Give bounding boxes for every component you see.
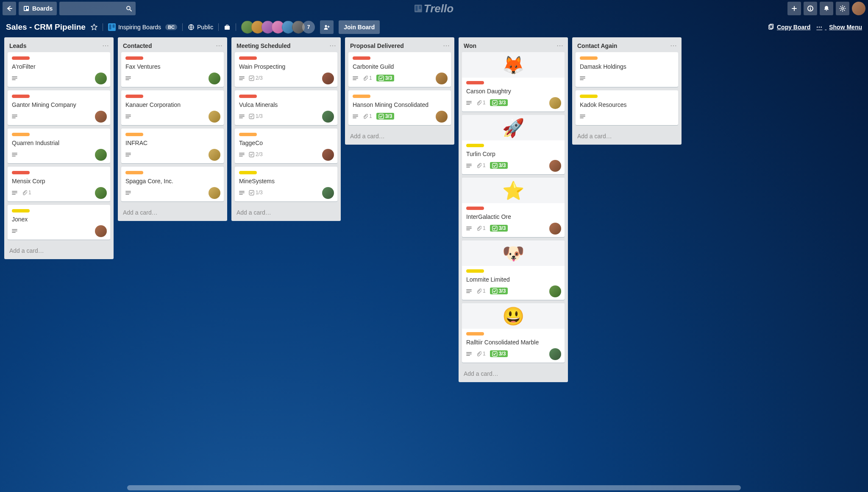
add-member-button[interactable] — [320, 20, 334, 34]
card-member-avatar[interactable] — [209, 73, 220, 84]
card-badges: 1 — [12, 187, 106, 198]
list-title[interactable]: Contact Again — [577, 42, 617, 49]
card-member-avatar[interactable] — [322, 73, 334, 84]
card[interactable]: Mensix Corp1 — [8, 167, 110, 201]
list-menu-button[interactable]: ⋯ — [670, 42, 677, 50]
add-card-button[interactable]: Add a card… — [572, 129, 682, 145]
list: Meeting Scheduled⋯Wain Prospecting2/3Vul… — [231, 37, 341, 221]
card[interactable]: A'roFilter — [8, 52, 110, 87]
list-menu-button[interactable]: ⋯ — [329, 42, 337, 50]
checklist-badge: 3/3 — [490, 99, 508, 106]
search-input[interactable] — [59, 2, 136, 15]
add-card-button[interactable]: Add a card… — [118, 205, 227, 221]
card[interactable]: MineSystems1/3 — [235, 167, 337, 201]
join-board-button[interactable]: Join Board — [339, 20, 380, 34]
card-label — [12, 95, 30, 98]
card[interactable]: INFRAC — [121, 129, 224, 163]
card-badges: 13/3 — [466, 97, 560, 108]
card-member-avatar[interactable] — [209, 111, 220, 123]
list-title[interactable]: Contacted — [123, 42, 152, 49]
add-card-button[interactable]: Add a card… — [345, 129, 454, 145]
description-icon — [353, 114, 358, 119]
card-member-avatar[interactable] — [209, 149, 220, 161]
card[interactable]: 😃Ralltiir Consolidated Marble13/3 — [462, 303, 565, 363]
card-member-avatar[interactable] — [322, 149, 334, 161]
card[interactable]: 🚀Turlin Corp13/3 — [462, 115, 565, 174]
card[interactable]: Gantor Mining Company — [8, 90, 110, 125]
card-member-avatar[interactable] — [322, 111, 334, 123]
card[interactable]: Hanson Mining Consolidated13/3 — [348, 90, 451, 125]
card[interactable]: TaggeCo2/3 — [235, 129, 337, 163]
attachment-badge: 1 — [476, 162, 486, 168]
settings-button[interactable] — [836, 2, 849, 15]
card-title: Carbonite Guild — [353, 63, 447, 70]
card-member-avatar[interactable] — [549, 97, 561, 109]
team-button[interactable]: Inspiring Boards BC — [108, 23, 177, 31]
card-member-avatar[interactable] — [95, 111, 107, 123]
card[interactable]: Quarren Industrial — [8, 129, 110, 163]
board-title[interactable]: Sales - CRM Pipeline — [6, 22, 86, 32]
horizontal-scrollbar[interactable] — [127, 485, 741, 490]
list-menu-button[interactable]: ⋯ — [443, 42, 450, 50]
card-member-avatar[interactable] — [436, 73, 448, 84]
list-cards: Wain Prospecting2/3Vulca Minerals1/3Tagg… — [231, 52, 341, 205]
user-avatar[interactable] — [852, 2, 865, 15]
card[interactable]: Wain Prospecting2/3 — [235, 52, 337, 87]
card[interactable]: Spagga Core, Inc. — [121, 167, 224, 201]
trello-logo[interactable]: Trello — [415, 2, 453, 15]
card-member-avatar[interactable] — [209, 187, 220, 199]
card[interactable]: Kanauer Corporation — [121, 90, 224, 125]
add-card-button[interactable]: Add a card… — [4, 243, 114, 259]
copy-board-link[interactable]: Copy Board — [768, 24, 810, 31]
notifications-button[interactable] — [820, 2, 833, 15]
add-card-button[interactable]: Add a card… — [231, 205, 341, 221]
card[interactable]: Carbonite Guild13/3 — [348, 52, 451, 87]
list-menu-button[interactable]: ⋯ — [556, 42, 564, 50]
member-overflow[interactable]: 7 — [302, 21, 315, 34]
card-cover: 🚀 — [462, 115, 565, 140]
card-badges — [125, 149, 220, 160]
list-title[interactable]: Won — [464, 42, 476, 49]
card[interactable]: 🦊Carson Daughtry13/3 — [462, 52, 565, 112]
visibility-button[interactable]: Public — [188, 24, 213, 31]
card-member-avatar[interactable] — [95, 225, 107, 237]
info-button[interactable] — [804, 2, 817, 15]
back-button[interactable] — [3, 2, 16, 15]
card-member-avatar[interactable] — [322, 187, 334, 199]
list: Leads⋯A'roFilterGantor Mining CompanyQua… — [4, 37, 114, 259]
card-member-avatar[interactable] — [95, 73, 107, 84]
star-button[interactable] — [91, 24, 97, 31]
create-button[interactable] — [787, 2, 801, 15]
card[interactable]: Damask Holdings — [576, 52, 678, 87]
description-icon — [125, 190, 131, 196]
checklist-badge: 2/3 — [249, 151, 263, 157]
boards-button[interactable]: Boards — [19, 2, 57, 15]
list-header: Proposal Delivered⋯ — [345, 37, 454, 52]
description-icon — [466, 100, 472, 106]
briefcase-button[interactable] — [224, 24, 231, 31]
add-card-button[interactable]: Add a card… — [459, 366, 568, 382]
list-title[interactable]: Leads — [9, 42, 26, 49]
card[interactable]: Jonex — [8, 205, 110, 240]
list-title[interactable]: Meeting Scheduled — [236, 42, 291, 49]
card-member-avatar[interactable] — [436, 111, 448, 123]
card-member-avatar[interactable] — [549, 160, 561, 172]
member-stack[interactable]: 7 — [241, 21, 315, 34]
show-menu-link[interactable]: ⋯ Show Menu — [816, 24, 862, 31]
card-member-avatar[interactable] — [95, 149, 107, 161]
card[interactable]: Fax Ventures — [121, 52, 224, 87]
card[interactable]: Vulca Minerals1/3 — [235, 90, 337, 125]
card-member-avatar[interactable] — [549, 223, 561, 235]
card-member-avatar[interactable] — [549, 348, 561, 360]
card[interactable]: Kadok Resources — [576, 90, 678, 125]
list-title[interactable]: Proposal Delivered — [350, 42, 404, 49]
card-member-avatar[interactable] — [95, 187, 107, 199]
ellipsis-icon: ⋯ — [816, 24, 822, 31]
board-canvas[interactable]: Leads⋯A'roFilterGantor Mining CompanyQua… — [0, 37, 868, 486]
card[interactable]: 🐶Lommite Limited13/3 — [462, 240, 565, 300]
list: Contact Again⋯Damask HoldingsKadok Resou… — [572, 37, 682, 145]
list-menu-button[interactable]: ⋯ — [216, 42, 223, 50]
card-member-avatar[interactable] — [549, 285, 561, 297]
list-menu-button[interactable]: ⋯ — [102, 42, 109, 50]
card[interactable]: ⭐InterGalactic Ore13/3 — [462, 178, 565, 237]
